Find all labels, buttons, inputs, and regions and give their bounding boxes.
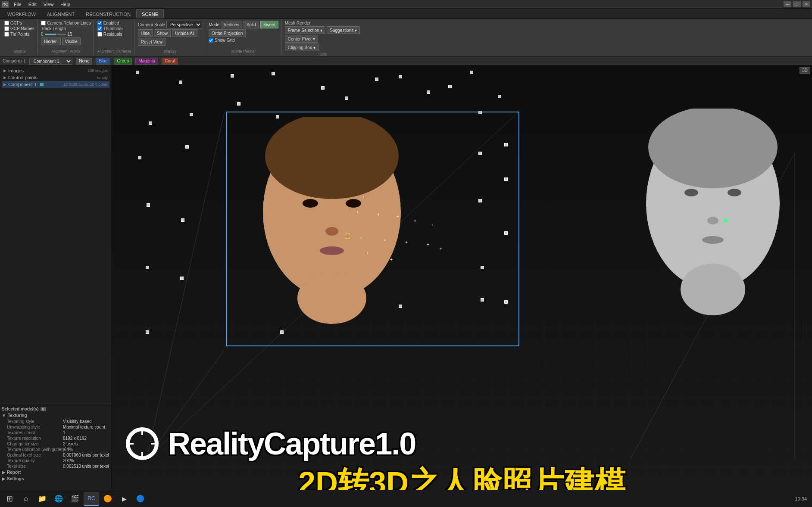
tie-points-input[interactable] [4, 32, 9, 37]
cam-dot[interactable] [478, 152, 482, 155]
camera-relation-checkbox[interactable]: Camera Relation Lines [41, 21, 91, 25]
cam-dot[interactable] [478, 111, 482, 114]
residuals-checkbox[interactable]: Residuals [97, 32, 122, 37]
taskbar-app5-button[interactable]: 🔵 [133, 492, 148, 506]
tab-alignment[interactable]: ALIGNMENT [41, 9, 80, 19]
solid-button[interactable]: Solid [244, 21, 259, 28]
cam-dot[interactable]: ᵍ [179, 81, 182, 84]
minimize-button[interactable]: — [784, 1, 791, 7]
taskbar-start-button[interactable]: ⊞ [2, 492, 17, 506]
tab-reconstruction[interactable]: RECONSTRUCTION [80, 9, 136, 19]
cam-dot[interactable] [280, 330, 284, 334]
cam-dot[interactable] [190, 113, 193, 116]
show-button[interactable]: Show [154, 29, 171, 37]
menu-view[interactable]: View [40, 0, 57, 9]
texturing-header[interactable]: ▼ Texturing [2, 412, 109, 419]
taskbar-browser-button[interactable]: 🌐 [51, 492, 66, 506]
tab-scene[interactable]: SCENE [136, 9, 164, 19]
camera-relation-input[interactable] [41, 21, 46, 25]
ortho-projection-button[interactable]: Ortho Projection [209, 29, 246, 37]
tree-item-control-points[interactable]: ▶ Control points empty [2, 74, 109, 81]
viewport-3d[interactable]: ᵍ ᵍ ᵍ ᵍ ᵍ [112, 65, 812, 507]
cam-dot[interactable]: ᵍ [231, 74, 234, 78]
component-dropdown[interactable]: Component 1 [29, 58, 72, 65]
cam-dot[interactable] [399, 75, 402, 78]
cam-dot[interactable] [448, 85, 452, 88]
hide-button[interactable]: Hide [138, 29, 153, 37]
menu-edit[interactable]: Edit [25, 0, 40, 9]
cam-dot[interactable] [146, 266, 149, 269]
cam-dot[interactable] [470, 71, 473, 74]
cam-dot[interactable] [504, 143, 508, 146]
cam-dot[interactable] [504, 300, 508, 304]
cam-dot[interactable] [181, 218, 184, 222]
cam-dot[interactable] [185, 145, 189, 149]
suggestions-button[interactable]: Suggestions ▾ [327, 26, 360, 34]
show-grid-input[interactable] [209, 38, 213, 43]
maximize-button[interactable]: □ [793, 1, 801, 7]
reset-view-button[interactable]: Reset View [138, 38, 166, 46]
taskbar-app2-button[interactable]: RC [84, 492, 99, 506]
menu-file[interactable]: File [10, 0, 25, 9]
enabled-checkbox[interactable]: Enabled [97, 21, 119, 25]
gcps-checkbox[interactable]: GCPs [4, 21, 22, 25]
cam-dot[interactable] [345, 96, 348, 100]
close-button[interactable]: ✕ [803, 1, 810, 7]
enabled-input[interactable] [97, 21, 102, 25]
cam-dot[interactable]: ᵍ [321, 86, 325, 90]
filter-magenta-button[interactable]: Magenta [135, 58, 158, 65]
prop-name-texturing-style: Texturing style [7, 419, 63, 424]
viewport-area: ᵍ ᵍ ᵍ ᵍ ᵍ [112, 65, 812, 507]
cam-dot[interactable] [478, 199, 482, 202]
residuals-input[interactable] [97, 32, 102, 37]
gcp-names-checkbox[interactable]: GCP Names [4, 26, 34, 31]
cam-dot[interactable] [147, 203, 150, 207]
cam-dot[interactable]: ᵍ [272, 72, 275, 75]
taskbar-app4-button[interactable]: ▶ [116, 492, 132, 506]
hidden-button[interactable]: Hidden [41, 37, 61, 45]
taskbar-app3-button[interactable]: 🟠 [100, 492, 116, 506]
cam-dot[interactable] [481, 266, 484, 269]
cam-dot[interactable] [498, 95, 501, 98]
sweet-button[interactable]: Sweet [260, 21, 278, 28]
filter-blue-button[interactable]: Blue [96, 58, 110, 65]
props-header[interactable]: Selected model(s) 0 [2, 406, 109, 412]
cam-dot[interactable] [427, 90, 430, 94]
taskbar-search-button[interactable]: ⌕ [18, 492, 34, 506]
cam-dot[interactable] [149, 121, 152, 125]
tree-item-images[interactable]: ▶ Images 138 images [2, 67, 109, 74]
vertices-button[interactable]: Vertices [221, 21, 242, 28]
taskbar-app1-button[interactable]: 🎬 [67, 492, 83, 506]
cam-dot[interactable] [180, 277, 184, 280]
cam-dot[interactable] [504, 177, 508, 181]
show-grid-checkbox[interactable]: Show Grid [209, 38, 235, 43]
cam-dot[interactable] [504, 231, 508, 235]
tie-points-checkbox[interactable]: Tie Points [4, 32, 29, 37]
cam-dot[interactable] [237, 102, 240, 106]
taskbar-files-button[interactable]: 📁 [34, 492, 50, 506]
filter-none-button[interactable]: None [76, 58, 92, 65]
tree-item-component[interactable]: ▶ Component 1 124/138 cams, 10 models [2, 81, 109, 88]
cam-dot[interactable] [375, 78, 378, 81]
report-header[interactable]: ▶ Report [2, 469, 109, 476]
gcp-names-input[interactable] [4, 26, 9, 31]
menu-help[interactable]: Help [57, 0, 74, 9]
frame-selection-button[interactable]: Frame Selection ▾ [285, 26, 326, 34]
center-pivot-button[interactable]: Center Pivot ▾ [285, 35, 318, 43]
clipping-box-button[interactable]: Clipping Box ▾ [285, 44, 319, 51]
visible-button[interactable]: Visible [62, 37, 81, 45]
cam-dot[interactable] [138, 156, 141, 159]
gcps-checkbox-input[interactable] [4, 21, 9, 25]
track-length-slider[interactable] [45, 34, 66, 35]
cam-dot[interactable]: ᵍ [136, 71, 139, 74]
camera-scale-dropdown[interactable]: Perspective [166, 21, 202, 28]
tab-workflow[interactable]: WORKFLOW [2, 9, 41, 19]
filter-coral-button[interactable]: Coral [162, 58, 178, 65]
cam-dot[interactable] [146, 330, 149, 334]
thumbnail-checkbox[interactable]: Thumbnail [97, 26, 124, 31]
cam-dot[interactable] [481, 298, 484, 302]
settings-header[interactable]: ▶ Settings [2, 476, 109, 482]
thumbnail-input[interactable] [97, 26, 102, 31]
filter-green-button[interactable]: Green [114, 58, 132, 65]
unhide-all-button[interactable]: Unhide All [172, 29, 197, 37]
